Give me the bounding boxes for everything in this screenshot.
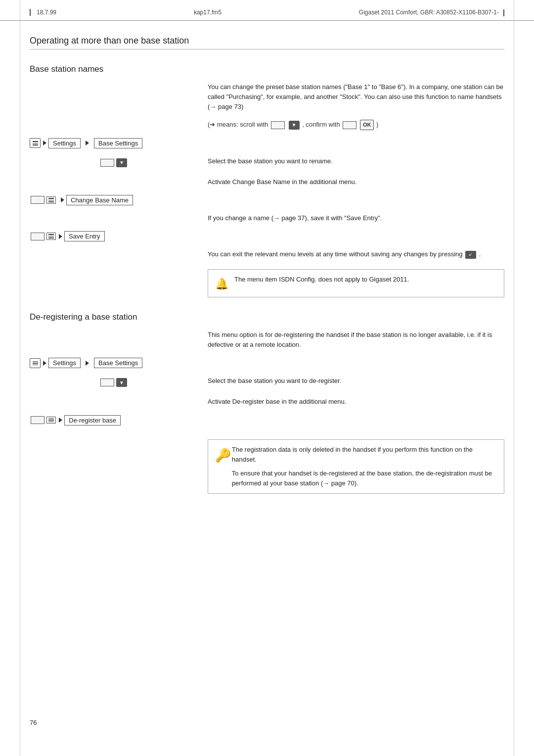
- caution-icon: 🔑: [215, 446, 226, 465]
- change-base-name-step-right: Activate Change Base Name in the additio…: [198, 177, 504, 187]
- note2-row: 🔑 The registration data is only deleted …: [30, 437, 504, 494]
- mk3l1: [48, 418, 54, 419]
- change-base-name-box: Change Base Name: [66, 195, 133, 205]
- nav-row2: ▼: [30, 376, 198, 389]
- arrow2: [86, 141, 89, 145]
- info-icon: 🔔: [215, 276, 228, 292]
- menu-key-lines: [48, 198, 54, 202]
- save-entry-box: Save Entry: [64, 231, 105, 241]
- mk3l3: [48, 422, 54, 423]
- scroll-note-text: (➔ means: scroll with ▼ , confirm with O…: [208, 121, 378, 128]
- settings-lines: [33, 141, 38, 145]
- down-arrow-key: ▼: [289, 121, 300, 130]
- settings-menu-box2: Settings: [48, 358, 81, 368]
- header-right-divider: [503, 9, 504, 16]
- menu-key3-lines: [48, 418, 54, 423]
- menu-key2: [46, 233, 56, 240]
- section2-intro-row: This menu option is for de-registering t…: [30, 330, 504, 350]
- soft-key1: [100, 159, 114, 167]
- section1-intro-text: You can change the preset base station n…: [208, 82, 504, 112]
- scroll-soft-key1: [271, 121, 285, 129]
- header-product: Gigaset 2011 Comfort, GBR: A30852-X1106-…: [359, 9, 504, 16]
- intro-row: You can change the preset base station n…: [30, 82, 504, 112]
- deregister-base-box: De-register base: [64, 415, 121, 425]
- arrow7: [59, 418, 62, 423]
- step4-row: You can exit the relevant menu levels at…: [30, 249, 504, 259]
- end-key-icon: ↙: [465, 251, 476, 259]
- intro-right: You can change the preset base station n…: [198, 82, 504, 112]
- soft-key2: [31, 196, 44, 204]
- header-divider: [30, 9, 31, 16]
- menu-icon2: [30, 358, 41, 368]
- step4-text: You can exit the relevant menu levels at…: [208, 249, 504, 259]
- sl23: [33, 365, 38, 366]
- header-filename: kap17.fm5: [194, 9, 222, 16]
- line1: [33, 141, 38, 142]
- settings-row2: Settings Base Settings: [30, 358, 504, 368]
- select-base-row: ▼ Select the base station you want to re…: [30, 156, 504, 169]
- note2-right: 🔑 The registration data is only deleted …: [198, 437, 504, 494]
- main-title: Operating at more than one base station: [30, 36, 504, 49]
- note2-text1: The registration data is only deleted in…: [232, 445, 497, 465]
- menu-key2-lines: [48, 234, 54, 238]
- change-base-name-menu-row: Change Base Name: [30, 195, 504, 205]
- right-decorative-bar: [514, 0, 514, 756]
- settings-menu-box: Settings: [48, 138, 81, 148]
- page-content: Operating at more than one base station …: [0, 21, 534, 528]
- note2-text2: To ensure that your handset is de-regist…: [232, 469, 497, 488]
- step2-text: Activate Change Base Name in the additio…: [208, 177, 504, 187]
- arrow-spacer2: [84, 359, 91, 367]
- step1-text: Select the base station you want to rena…: [208, 156, 504, 166]
- change-base-name-step-row: Activate Change Base Name in the additio…: [30, 177, 504, 187]
- scroll-note-right: (➔ means: scroll with ▼ , confirm with O…: [198, 120, 504, 130]
- arrow3: [61, 197, 64, 202]
- settings-row1: Settings Base Settings: [30, 138, 504, 148]
- mkl3: [48, 201, 54, 202]
- deregister-menu-left: De-register base: [30, 415, 198, 425]
- page-container: 18.7.99 kap17.fm5 Gigaset 2011 Comfort, …: [0, 0, 534, 756]
- mk2l2: [48, 236, 54, 237]
- base-settings-menu-box: Base Settings: [94, 138, 142, 148]
- soft-key5: [31, 416, 44, 424]
- arrow1: [43, 141, 46, 145]
- section2-step1-text: Select the base station you want to de-r…: [208, 376, 504, 386]
- arrow-spacer: [84, 139, 91, 147]
- arrow6: [86, 361, 89, 366]
- nav-row1: ▼: [30, 156, 198, 169]
- sl22: [33, 363, 38, 364]
- deregister-activate-right: Activate De-register base in the additio…: [198, 397, 504, 407]
- select-base-left: ▼: [30, 156, 198, 169]
- header-left: 18.7.99: [30, 9, 56, 16]
- line2: [33, 143, 38, 144]
- deregister-activate-row: Activate De-register base in the additio…: [30, 397, 504, 407]
- select-deregister-row: ▼ Select the base station you want to de…: [30, 376, 504, 389]
- settings-row1-left: Settings Base Settings: [30, 138, 198, 148]
- mk3l2: [48, 420, 54, 421]
- arrow5: [43, 361, 46, 366]
- note1-text: The menu item ISDN Config. does not appl…: [234, 275, 409, 284]
- ok-key: OK: [360, 120, 374, 130]
- section1-title: Base station names: [30, 64, 504, 74]
- scroll-note-row: (➔ means: scroll with ▼ , confirm with O…: [30, 120, 504, 130]
- page-number: 76: [30, 719, 37, 726]
- sl21: [33, 361, 38, 362]
- section2-step2-text: Activate De-register base in the additio…: [208, 397, 504, 407]
- note-box2: 🔑 The registration data is only deleted …: [208, 439, 504, 494]
- save-entry-step-right: If you change a name (→ page 37), save i…: [198, 213, 504, 223]
- header-date: 18.7.99: [37, 9, 56, 16]
- select-deregister-right: Select the base station you want to de-r…: [198, 376, 504, 386]
- note1-row: 🔔 The menu item ISDN Config. does not ap…: [30, 267, 504, 297]
- page-header: 18.7.99 kap17.fm5 Gigaset 2011 Comfort, …: [0, 0, 534, 21]
- mkl2: [48, 200, 54, 201]
- section2-title: De-registering a base station: [30, 312, 504, 322]
- note1-right: 🔔 The menu item ISDN Config. does not ap…: [198, 267, 504, 297]
- mk2l3: [48, 237, 54, 238]
- section2-intro-text: This menu option is for de-registering t…: [208, 330, 504, 350]
- select-deregister-left: ▼: [30, 376, 198, 389]
- section2-intro-right: This menu option is for de-registering t…: [198, 330, 504, 350]
- change-base-name-menu-left: Change Base Name: [30, 195, 198, 205]
- step4-right: You can exit the relevant menu levels at…: [198, 249, 504, 259]
- deregister-menu-row: De-register base: [30, 415, 504, 425]
- save-entry-menu-row: Save Entry: [30, 231, 504, 241]
- down-arrow1: ▼: [116, 158, 127, 167]
